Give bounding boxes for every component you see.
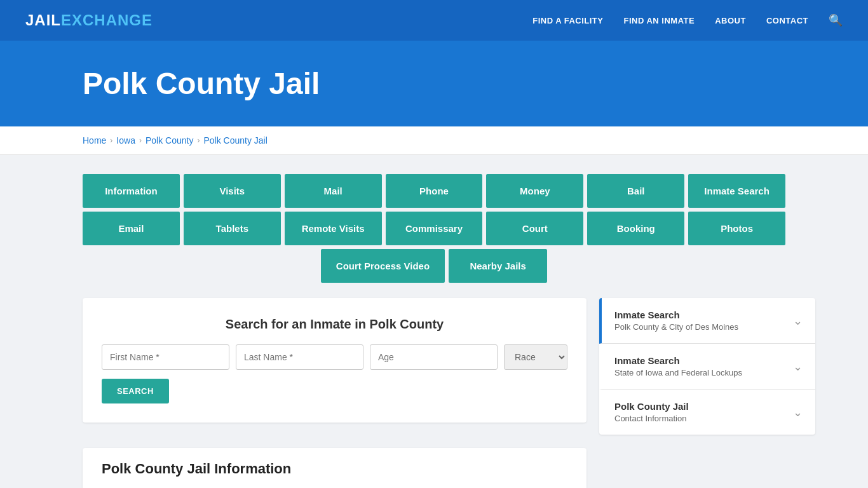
- breadcrumb-sep-1: ›: [110, 136, 112, 145]
- breadcrumb-sep-3: ›: [197, 136, 200, 145]
- main-nav: FIND A FACILITY FIND AN INMATE ABOUT CON…: [532, 13, 843, 27]
- breadcrumb-home[interactable]: Home: [83, 135, 106, 146]
- sidebar-item-sub-1: Polk County & City of Des Moines: [614, 322, 738, 332]
- tab-visits[interactable]: Visits: [184, 174, 281, 208]
- breadcrumb-polk-county[interactable]: Polk County: [146, 135, 193, 146]
- nav-contact[interactable]: CONTACT: [766, 16, 808, 25]
- sidebar-item-label-1: Inmate Search Polk County & City of Des …: [614, 309, 738, 332]
- nav-about[interactable]: ABOUT: [715, 16, 746, 25]
- chevron-down-icon-2: ⌄: [793, 360, 803, 374]
- tab-photos[interactable]: Photos: [688, 212, 785, 245]
- breadcrumb-area: Home › Iowa › Polk County › Polk County …: [0, 126, 868, 155]
- sidebar-item-sub-2: State of Iowa and Federal Lockups: [614, 368, 742, 377]
- tab-booking[interactable]: Booking: [587, 212, 684, 245]
- sidebar-item-inmate-search-iowa[interactable]: Inmate Search State of Iowa and Federal …: [599, 344, 815, 390]
- tab-mail[interactable]: Mail: [285, 174, 382, 208]
- race-select[interactable]: Race White Black Hispanic Asian Other: [504, 344, 567, 370]
- tab-money[interactable]: Money: [486, 174, 583, 208]
- tabs-row-3: Court Process Video Nearby Jails: [83, 249, 785, 283]
- search-fields: Race White Black Hispanic Asian Other: [102, 344, 567, 370]
- search-icon[interactable]: 🔍: [829, 13, 843, 27]
- page-title: Polk County Jail: [83, 66, 843, 101]
- sidebar-item-sub-3: Contact Information: [614, 414, 689, 423]
- tab-court[interactable]: Court: [486, 212, 583, 245]
- site-header: JAILEXCHANGE FIND A FACILITY FIND AN INM…: [0, 0, 868, 41]
- logo[interactable]: JAILEXCHANGE: [25, 11, 153, 29]
- nav-find-facility[interactable]: FIND A FACILITY: [532, 16, 603, 25]
- info-section: Polk County Jail Information: [83, 448, 587, 488]
- first-name-input[interactable]: [102, 344, 229, 370]
- tabs-row-1: Information Visits Mail Phone Money Bail…: [83, 174, 785, 208]
- nav-find-inmate[interactable]: FIND AN INMATE: [623, 16, 695, 25]
- chevron-down-icon-3: ⌄: [793, 405, 803, 419]
- tab-phone[interactable]: Phone: [386, 174, 483, 208]
- content-area: Search for an Inmate in Polk County Race…: [83, 298, 785, 488]
- tabs-row-2: Email Tablets Remote Visits Commissary C…: [83, 212, 785, 245]
- tab-nearby-jails[interactable]: Nearby Jails: [449, 249, 547, 283]
- tab-remote-visits[interactable]: Remote Visits: [285, 212, 382, 245]
- search-button[interactable]: SEARCH: [102, 379, 169, 403]
- tab-bail[interactable]: Bail: [587, 174, 684, 208]
- age-input[interactable]: [370, 344, 498, 370]
- last-name-input[interactable]: [236, 344, 363, 370]
- sidebar-item-label-3: Polk County Jail Contact Information: [614, 401, 689, 423]
- info-section-title: Polk County Jail Information: [102, 461, 567, 477]
- tab-court-process-video[interactable]: Court Process Video: [321, 249, 445, 283]
- main-content: Information Visits Mail Phone Money Bail…: [0, 155, 868, 488]
- tab-inmate-search[interactable]: Inmate Search: [688, 174, 785, 208]
- chevron-down-icon-1: ⌄: [793, 314, 803, 328]
- search-title: Search for an Inmate in Polk County: [102, 317, 567, 332]
- sidebar-item-label-2: Inmate Search State of Iowa and Federal …: [614, 355, 742, 377]
- hero-banner: Polk County Jail: [0, 41, 868, 126]
- breadcrumb-sep-2: ›: [139, 136, 142, 145]
- sidebar-item-title-2: Inmate Search: [614, 355, 742, 366]
- breadcrumb: Home › Iowa › Polk County › Polk County …: [83, 135, 785, 146]
- sidebar-item-inmate-search-polk[interactable]: Inmate Search Polk County & City of Des …: [599, 298, 815, 344]
- tab-email[interactable]: Email: [83, 212, 180, 245]
- sidebar-item-contact-info[interactable]: Polk County Jail Contact Information ⌄: [599, 390, 815, 435]
- sidebar-item-title-3: Polk County Jail: [614, 401, 689, 412]
- breadcrumb-current: Polk County Jail: [203, 135, 267, 146]
- tabs-grid: Information Visits Mail Phone Money Bail…: [83, 174, 785, 283]
- sidebar-item-title-1: Inmate Search: [614, 309, 738, 320]
- tab-information[interactable]: Information: [83, 174, 180, 208]
- logo-text: JAILEXCHANGE: [25, 11, 153, 29]
- tab-tablets[interactable]: Tablets: [184, 212, 281, 245]
- sidebar: Inmate Search Polk County & City of Des …: [599, 298, 815, 435]
- breadcrumb-iowa[interactable]: Iowa: [116, 135, 135, 146]
- tab-commissary[interactable]: Commissary: [386, 212, 483, 245]
- search-box: Search for an Inmate in Polk County Race…: [83, 298, 587, 423]
